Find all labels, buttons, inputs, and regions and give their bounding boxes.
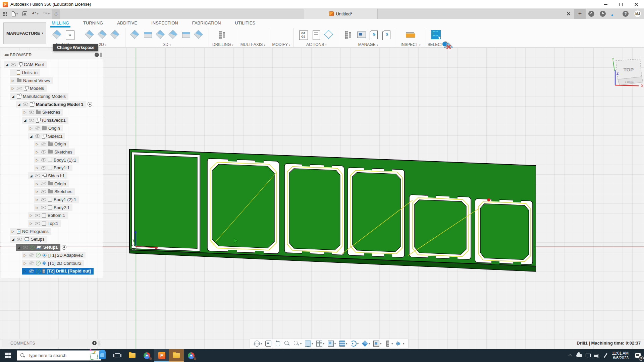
panel-minus-icon[interactable] bbox=[95, 53, 99, 57]
tree-row-origin[interactable]: Origin bbox=[1, 124, 103, 132]
job-status-button[interactable] bbox=[597, 9, 608, 19]
maximize-button[interactable] bbox=[613, 0, 629, 9]
viewport-canvas[interactable]: TOP FRONT X Z Y ◀◀ BROWSER CAM Root Unit… bbox=[0, 48, 644, 349]
tree-row-origin[interactable]: Origin bbox=[1, 180, 103, 188]
visibility-eye-icon[interactable] bbox=[41, 182, 46, 185]
expander-icon[interactable] bbox=[35, 190, 39, 193]
expander-icon[interactable] bbox=[35, 206, 39, 209]
flat-icon[interactable] bbox=[142, 29, 154, 41]
help-button[interactable]: ? bbox=[620, 9, 631, 19]
expander-icon[interactable] bbox=[17, 103, 21, 106]
expander-icon[interactable] bbox=[29, 222, 33, 225]
tab-milling[interactable]: MILLING bbox=[50, 20, 70, 27]
network-tray-button[interactable] bbox=[584, 349, 592, 362]
visibility-eye-icon[interactable] bbox=[29, 119, 34, 122]
expander-icon[interactable] bbox=[23, 269, 27, 273]
new-setup-icon[interactable] bbox=[52, 29, 63, 41]
visibility-eye-icon[interactable] bbox=[41, 198, 46, 201]
group-actions-label[interactable]: ACTIONS bbox=[306, 42, 324, 47]
new-tab-button[interactable]: + bbox=[574, 9, 586, 19]
2d-contour-icon[interactable] bbox=[110, 29, 121, 41]
tab-utilities[interactable]: UTILITIES bbox=[233, 20, 257, 27]
expander-icon[interactable] bbox=[35, 150, 39, 154]
group-select-label[interactable]: SELECT bbox=[428, 42, 443, 47]
volume-tray-button[interactable] bbox=[592, 349, 601, 362]
scallop-icon[interactable] bbox=[168, 29, 179, 41]
workspace-selector-button[interactable]: MANUFACTURE▾ bbox=[3, 22, 46, 44]
visibility-eye-icon[interactable] bbox=[41, 190, 46, 193]
tree-row-unsaved-1[interactable]: (Unsaved):1 bbox=[1, 116, 103, 124]
expander-icon[interactable] bbox=[35, 142, 39, 146]
group-multiaxis-label[interactable]: MULTI-AXIS bbox=[240, 42, 263, 47]
regenerate-button[interactable]: ▾ bbox=[349, 339, 360, 348]
group-inspect-label[interactable]: INSPECT bbox=[400, 42, 418, 47]
task-view-button[interactable] bbox=[110, 349, 125, 362]
activate-target-icon[interactable] bbox=[88, 102, 92, 107]
expander-icon[interactable] bbox=[35, 198, 39, 201]
visibility-eye-icon[interactable] bbox=[35, 214, 40, 217]
visibility-eye-icon[interactable] bbox=[29, 261, 34, 265]
expander-icon[interactable] bbox=[11, 86, 15, 90]
tree-row-top-1[interactable]: Top:1 bbox=[1, 220, 103, 228]
chrome-2-button[interactable] bbox=[184, 349, 199, 362]
group-drilling-label[interactable]: DRILLING bbox=[212, 42, 231, 47]
ramp-icon[interactable] bbox=[180, 29, 192, 41]
rapid-moves-button[interactable]: ▾ bbox=[395, 339, 406, 348]
group-manage-label[interactable]: MANAGE bbox=[358, 42, 376, 47]
tree-row-sketches[interactable]: Sketches bbox=[1, 108, 103, 116]
tab-turning[interactable]: TURNING bbox=[82, 20, 104, 27]
fit-button[interactable]: ▾ bbox=[292, 339, 303, 348]
expander-icon[interactable] bbox=[5, 63, 9, 66]
tree-row-units[interactable]: Units: in bbox=[1, 69, 103, 77]
tree-row-manufacturing-model-1[interactable]: Manufacturing Model 1 bbox=[1, 100, 103, 108]
parallel-icon[interactable] bbox=[155, 29, 166, 41]
visibility-eye-icon[interactable] bbox=[41, 150, 46, 154]
open-folder-button[interactable] bbox=[169, 349, 184, 362]
tree-row-cam-root[interactable]: CAM Root bbox=[1, 61, 103, 69]
document-tab[interactable]: Untitled* bbox=[304, 9, 378, 19]
notifications-button[interactable] bbox=[608, 9, 620, 19]
tree-row-named-views[interactable]: Named Views bbox=[1, 76, 103, 84]
look-at-button[interactable] bbox=[264, 339, 273, 348]
setup-sheet-icon[interactable] bbox=[311, 29, 322, 41]
tree-row-setups[interactable]: Setups bbox=[1, 235, 103, 243]
visibility-eye-icon[interactable] bbox=[41, 166, 46, 170]
group-3d-label[interactable]: 3D bbox=[163, 42, 168, 47]
expander-icon[interactable] bbox=[11, 95, 15, 98]
taskbar-clock[interactable]: 11:01 AM 6/6/2023 bbox=[612, 351, 629, 360]
close-button[interactable] bbox=[629, 0, 644, 9]
visibility-eye-icon[interactable] bbox=[11, 63, 16, 66]
tree-row-sketches[interactable]: Sketches bbox=[1, 188, 103, 196]
grid-snaps-button[interactable]: ▾ bbox=[315, 339, 326, 348]
tool-library-icon[interactable] bbox=[343, 29, 355, 41]
expander-icon[interactable] bbox=[35, 158, 39, 162]
pen-tray-button[interactable] bbox=[601, 349, 610, 362]
tree-row-models[interactable]: Models bbox=[1, 84, 103, 93]
undo-button[interactable]: ↶▾ bbox=[30, 9, 41, 19]
adaptive-clearing-icon[interactable] bbox=[129, 29, 141, 41]
group-modify-label[interactable]: MODIFY bbox=[272, 42, 288, 47]
expander-icon[interactable] bbox=[29, 126, 33, 130]
tab-additive[interactable]: ADDITIVE bbox=[116, 20, 139, 27]
comments-grip-handle[interactable] bbox=[99, 341, 100, 346]
visibility-eye-icon[interactable] bbox=[29, 253, 34, 257]
expander-icon[interactable] bbox=[23, 253, 27, 257]
visibility-eye-icon[interactable] bbox=[41, 158, 46, 162]
hidden-icons-button[interactable] bbox=[566, 349, 575, 362]
viewports-button[interactable]: ▾ bbox=[326, 339, 337, 348]
expander-icon[interactable] bbox=[11, 230, 15, 233]
redo-button[interactable]: ↷▾ bbox=[41, 9, 52, 19]
expander-icon[interactable] bbox=[17, 245, 21, 249]
tree-row-bottom-1[interactable]: Bottom:1 bbox=[1, 212, 103, 220]
drill-icon[interactable] bbox=[217, 29, 228, 41]
user-avatar[interactable]: MJ bbox=[634, 10, 641, 17]
tree-row-nc-programs[interactable]: GNC Programs bbox=[1, 227, 103, 235]
simulate-icon[interactable] bbox=[323, 29, 335, 41]
group-2d-label[interactable]: 2D bbox=[99, 42, 104, 47]
stock-visibility-button[interactable]: ▾ bbox=[361, 339, 371, 348]
spiral-icon[interactable] bbox=[193, 29, 205, 41]
visibility-eye-icon[interactable] bbox=[17, 87, 22, 90]
file-menu-button[interactable]: ▾ bbox=[9, 9, 20, 19]
tree-row-op-drill1-selected[interactable]: [T2] Drill1 [Rapid out] bbox=[1, 267, 103, 275]
visibility-eye-icon[interactable] bbox=[29, 111, 34, 114]
